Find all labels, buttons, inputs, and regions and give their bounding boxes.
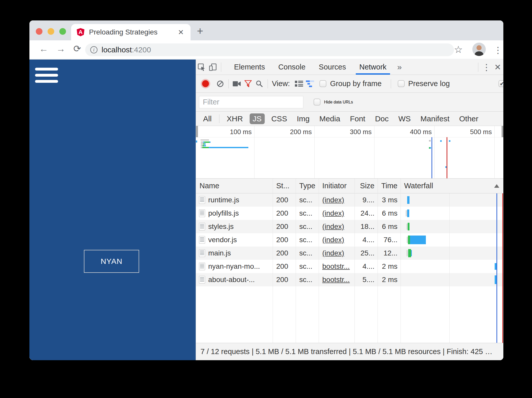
overview-request-bar — [201, 142, 203, 143]
request-initiator[interactable]: (index) — [319, 236, 354, 244]
hamburger-menu-icon[interactable] — [35, 68, 58, 83]
filter-chip-font[interactable]: Font — [347, 113, 368, 124]
waterfall-bar — [407, 196, 409, 204]
nyan-button[interactable]: NYAN — [84, 250, 139, 273]
column-separator[interactable] — [273, 179, 273, 343]
address-bar[interactable]: i localhost:4200 — [85, 43, 454, 56]
column-header-st[interactable]: St... — [273, 182, 296, 190]
overview-request-bar — [440, 140, 442, 142]
hide-data-urls-checkbox[interactable] — [314, 99, 320, 106]
filter-funnel-icon[interactable] — [242, 78, 254, 89]
overview-scrub-handle[interactable] — [502, 126, 503, 137]
column-separator[interactable] — [354, 179, 355, 343]
request-type: sc... — [296, 196, 319, 204]
request-status: 200 — [273, 262, 296, 271]
browser-tab[interactable]: A Preloading Strategies ✕ — [71, 24, 191, 40]
column-separator[interactable] — [378, 179, 378, 343]
profile-avatar[interactable] — [472, 43, 486, 56]
request-size: 18... — [354, 223, 378, 231]
request-initiator[interactable]: bootstr... — [319, 262, 354, 271]
network-overview-timeline[interactable]: 100 ms200 ms300 ms400 ms500 ms — [196, 126, 503, 179]
network-request-row[interactable]: nyan-nyan-mo...200sc...bootstr...4....2 … — [196, 260, 503, 273]
sort-ascending-icon[interactable] — [494, 184, 499, 188]
filter-chip-css[interactable]: CSS — [268, 113, 290, 124]
divider — [221, 63, 221, 72]
network-request-row[interactable]: about-about-...200sc...bootstr...5....2 … — [196, 273, 503, 286]
request-type: sc... — [296, 249, 319, 257]
request-status: 200 — [273, 209, 296, 217]
filter-chip-manifest[interactable]: Manifest — [417, 113, 452, 124]
filter-input[interactable] — [199, 96, 303, 108]
column-header-type[interactable]: Type — [296, 182, 319, 190]
minimize-window-button[interactable] — [48, 28, 54, 35]
disable-cache-checkbox[interactable]: ✔ — [498, 80, 503, 87]
script-file-icon — [199, 263, 205, 270]
column-header-size[interactable]: Size — [354, 182, 378, 190]
overview-gridline — [494, 126, 495, 178]
filter-chip-js[interactable]: JS — [250, 113, 265, 124]
more-tabs-icon[interactable]: » — [393, 60, 406, 75]
record-network-log-button[interactable] — [202, 80, 209, 87]
overview-tick-label: 100 ms — [230, 128, 254, 136]
filter-chip-doc[interactable]: Doc — [372, 113, 392, 124]
network-request-row[interactable]: polyfills.js200sc...(index)24...6 ms — [196, 207, 503, 220]
column-header-initiator[interactable]: Initiator — [319, 182, 354, 190]
overview-request-bar — [204, 145, 206, 146]
request-name: runtime.js — [208, 196, 239, 204]
browser-navbar: ← → ⟳ i localhost:4200 ☆ ⋮ — [29, 40, 503, 59]
group-by-frame-checkbox[interactable] — [319, 80, 326, 87]
tab-elements[interactable]: Elements — [227, 60, 272, 75]
preserve-log-checkbox[interactable] — [398, 80, 405, 87]
filter-chip-other[interactable]: Other — [456, 113, 481, 124]
waterfall-view-icon[interactable] — [305, 78, 316, 89]
network-request-row[interactable]: vendor.js200sc...(index)4....76... — [196, 233, 503, 247]
devtools-menu-icon[interactable]: ⋮ — [481, 62, 492, 73]
network-request-row[interactable]: main.js200sc...(index)25...12... — [196, 247, 503, 260]
clear-icon[interactable] — [215, 78, 226, 89]
tab-sources[interactable]: Sources — [312, 60, 352, 75]
close-window-button[interactable] — [36, 28, 42, 35]
column-separator[interactable] — [319, 179, 319, 343]
column-separator[interactable] — [401, 179, 401, 343]
column-separator[interactable] — [296, 179, 296, 343]
browser-menu-icon[interactable]: ⋮ — [494, 45, 502, 55]
tab-console[interactable]: Console — [272, 60, 312, 75]
request-initiator[interactable]: (index) — [319, 209, 354, 217]
request-initiator[interactable]: (index) — [319, 249, 354, 257]
new-tab-button[interactable]: + — [197, 25, 203, 37]
page-info-icon[interactable]: i — [90, 46, 97, 53]
filter-chip-media[interactable]: Media — [316, 113, 343, 124]
tab-network[interactable]: Network — [353, 60, 393, 75]
tab-close-icon[interactable]: ✕ — [177, 28, 185, 37]
search-icon[interactable] — [254, 78, 265, 89]
devtools-tab-bar: ElementsConsoleSourcesNetwork » ⋮ ✕ — [196, 60, 503, 75]
overview-request-bar — [209, 142, 210, 143]
overview-tick-label: 500 ms — [470, 128, 494, 136]
device-toolbar-icon[interactable] — [207, 62, 218, 73]
reload-icon[interactable]: ⟳ — [73, 43, 81, 54]
network-request-row[interactable]: styles.js200sc...(index)18...6 ms — [196, 220, 503, 233]
column-header-waterfall[interactable]: Waterfall — [401, 182, 503, 190]
network-request-row[interactable]: runtime.js200sc...(index)9....3 ms — [196, 193, 503, 207]
column-header-time[interactable]: Time — [378, 182, 401, 190]
capture-screenshots-icon[interactable] — [231, 78, 242, 89]
maximize-window-button[interactable] — [59, 28, 66, 35]
filter-chip-xhr[interactable]: XHR — [224, 113, 246, 124]
back-icon[interactable]: ← — [39, 43, 48, 54]
request-name: main.js — [208, 249, 231, 257]
request-initiator[interactable]: bootstr... — [319, 276, 354, 284]
forward-icon[interactable]: → — [56, 43, 65, 54]
request-initiator[interactable]: (index) — [319, 196, 354, 204]
filter-chip-ws[interactable]: WS — [395, 113, 414, 124]
list-view-icon[interactable] — [293, 78, 305, 89]
filter-chip-all[interactable]: All — [200, 113, 215, 124]
overview-scrub-handle[interactable] — [196, 126, 198, 137]
request-initiator[interactable]: (index) — [319, 223, 354, 231]
filter-chip-img[interactable]: Img — [294, 113, 313, 124]
status-summary-text: 7 / 12 requests | 5.1 MB / 5.1 MB transf… — [201, 347, 492, 356]
bookmark-star-icon[interactable]: ☆ — [454, 44, 463, 55]
overview-request-bar — [210, 147, 248, 148]
devtools-close-icon[interactable]: ✕ — [492, 62, 503, 73]
column-header-name[interactable]: Name — [196, 182, 273, 190]
inspect-element-icon[interactable] — [196, 62, 207, 73]
